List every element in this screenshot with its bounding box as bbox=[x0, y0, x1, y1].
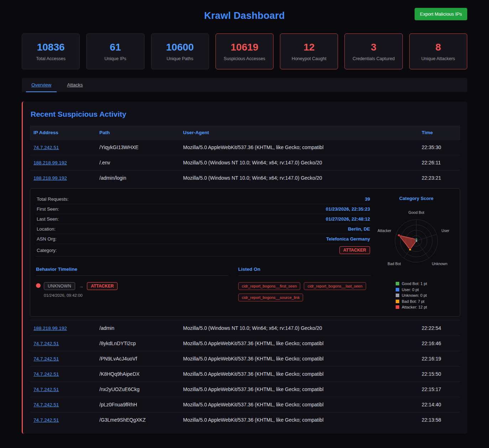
user-agent-cell: Mozilla/5.0 AppleWebKit/537.36 (KHTML, l… bbox=[180, 336, 418, 351]
path-cell: /.env bbox=[96, 155, 180, 170]
activity-table-header: IP Address Path User-Agent Time bbox=[30, 126, 460, 140]
table-row[interactable]: 74.7.242.51/YiqykGI13WHXEMozilla/5.0 App… bbox=[30, 140, 460, 155]
stat-label: Unique Paths bbox=[167, 56, 193, 61]
table-row[interactable]: 188.218.99.192/admin/loginMozilla/5.0 (W… bbox=[30, 170, 460, 186]
user-agent-cell: Mozilla/5.0 AppleWebKit/537.36 (KHTML, l… bbox=[180, 382, 418, 397]
table-row[interactable]: 74.7.242.51/8ykdLnDYTi2cpMozilla/5.0 App… bbox=[30, 336, 460, 351]
stat-value: 10619 bbox=[231, 42, 259, 53]
ip-link[interactable]: 74.7.242.51 bbox=[33, 145, 59, 150]
stat-label: Unique Attackers bbox=[421, 56, 455, 61]
legend-label: Good Bot: 1 pt bbox=[402, 281, 427, 286]
header: Krawl Dashboard Export Malicious IPs bbox=[22, 5, 467, 26]
table-row[interactable]: 74.7.242.51/pLz0Fnua9fRhHMozilla/5.0 App… bbox=[30, 397, 460, 412]
detail-field-first-seen: First Seen:01/23/2026, 22:35:23 bbox=[36, 204, 371, 214]
path-cell: /pLz0Fnua9fRhH bbox=[96, 397, 180, 412]
activity-table-body: 74.7.242.51/YiqykGI13WHXEMozilla/5.0 App… bbox=[30, 140, 460, 428]
listed-on-badge[interactable]: cidr_report_bogons__source_link bbox=[238, 294, 303, 301]
listed-on-badge[interactable]: cidr_report_bogons__last_seen bbox=[304, 282, 366, 290]
legend-swatch-icon bbox=[396, 300, 399, 303]
stat-card-credentials-captured: 3Credentials Captured bbox=[344, 33, 402, 69]
stat-label: Honeypot Caught bbox=[292, 56, 326, 61]
listed-on-title: Listed On bbox=[238, 267, 371, 276]
timeline-body: UNKNOWN → ATTACKER 01/24/2026, 09:42:00 bbox=[44, 282, 118, 297]
path-cell: /admin/login bbox=[96, 170, 180, 186]
ip-link[interactable]: 74.7.242.51 bbox=[33, 417, 59, 423]
path-cell: /PN9LvAcJ4uoVf bbox=[96, 351, 180, 367]
ip-link[interactable]: 74.7.242.51 bbox=[33, 402, 59, 407]
stat-value: 10836 bbox=[37, 42, 65, 53]
ip-link[interactable]: 188.218.99.192 bbox=[33, 175, 67, 181]
ip-link[interactable]: 74.7.242.51 bbox=[33, 387, 59, 392]
detail-field-last-seen: Last Seen:01/27/2026, 22:48:12 bbox=[36, 214, 371, 224]
detail-field-category: Category:ATTACKER bbox=[36, 244, 371, 257]
table-row[interactable]: 74.7.242.51/G3Lme9ShEQgXKZMozilla/5.0 Ap… bbox=[30, 412, 460, 428]
ip-link[interactable]: 74.7.242.51 bbox=[33, 371, 59, 377]
time-cell: 22:13:58 bbox=[418, 412, 460, 428]
ip-cell: 188.218.99.192 bbox=[30, 155, 96, 170]
user-agent-cell: Mozilla/5.0 (Windows NT 10.0; Win64; x64… bbox=[180, 321, 418, 336]
svg-text:Unknown: Unknown bbox=[432, 262, 448, 266]
user-agent-cell: Mozilla/5.0 AppleWebKit/537.36 (KHTML, l… bbox=[180, 140, 418, 155]
ip-detail-columns: Behavior Timeline UNKNOWN → AT bbox=[36, 267, 371, 301]
category-badge-unknown: UNKNOWN bbox=[44, 282, 75, 290]
arrow-right-icon: → bbox=[79, 284, 83, 289]
path-cell: /nx2yUOZuE6Ckg bbox=[96, 382, 180, 397]
path-cell: /G3Lme9ShEQgXKZ bbox=[96, 412, 180, 428]
ip-cell: 74.7.242.51 bbox=[30, 351, 96, 367]
stat-value: 8 bbox=[436, 42, 441, 53]
panel-title: Recent Suspicious Activity bbox=[31, 110, 460, 118]
ip-link[interactable]: 188.218.99.192 bbox=[33, 160, 67, 165]
field-label: Total Requests: bbox=[37, 196, 69, 202]
tab-bar: OverviewAttacks bbox=[22, 78, 467, 92]
timeline-dot-icon bbox=[36, 283, 41, 288]
time-cell: 22:16:46 bbox=[418, 336, 460, 351]
radar-legend: Good Bot: 1 ptUser: 0 ptUnknown: 0 ptBad… bbox=[396, 281, 427, 309]
col-header-time: Time bbox=[418, 126, 460, 140]
path-cell: /8ykdLnDYTi2cp bbox=[96, 336, 180, 351]
ip-link[interactable]: 188.218.99.192 bbox=[33, 326, 67, 331]
timeline-item: UNKNOWN → ATTACKER 01/24/2026, 09:42:00 bbox=[36, 282, 228, 297]
legend-swatch-icon bbox=[396, 305, 399, 309]
page-title: Krawl Dashboard bbox=[204, 10, 285, 21]
table-row[interactable]: 188.218.99.192/.envMozilla/5.0 (Windows … bbox=[30, 155, 460, 170]
listed-on-badge[interactable]: cidr_report_bogons__first_seen bbox=[238, 282, 301, 290]
legend-item: Unknown: 0 pt bbox=[396, 293, 427, 297]
time-cell: 22:22:54 bbox=[418, 321, 460, 336]
time-cell: 22:16:19 bbox=[418, 351, 460, 367]
table-row[interactable]: 74.7.242.51/nx2yUOZuE6CkgMozilla/5.0 App… bbox=[30, 382, 460, 397]
category-score-title: Category Score bbox=[399, 196, 433, 201]
svg-text:Bad Bot: Bad Bot bbox=[387, 262, 401, 266]
stat-label: Total Accesses bbox=[36, 56, 66, 61]
user-agent-cell: Mozilla/5.0 (Windows NT 10.0; Win64; x64… bbox=[180, 170, 418, 186]
detail-field-asn-org: ASN Org:Telefonica Germany bbox=[36, 234, 371, 244]
time-cell: 22:35:30 bbox=[418, 140, 460, 155]
field-value: Berlin, DE bbox=[348, 226, 370, 232]
activity-table: IP Address Path User-Agent Time 74.7.242… bbox=[30, 126, 460, 427]
tab-attacks[interactable]: Attacks bbox=[62, 78, 88, 92]
export-malicious-ips-button[interactable]: Export Malicious IPs bbox=[415, 8, 467, 20]
legend-swatch-icon bbox=[396, 282, 399, 285]
legend-swatch-icon bbox=[396, 294, 399, 297]
stat-card-honeypot-caught: 12Honeypot Caught bbox=[280, 33, 338, 69]
time-cell: 22:23:21 bbox=[418, 170, 460, 186]
ip-cell: 74.7.242.51 bbox=[30, 336, 96, 351]
table-row[interactable]: 74.7.242.51/K8HQq9hAipeDXMozilla/5.0 App… bbox=[30, 367, 460, 382]
ip-link[interactable]: 74.7.242.51 bbox=[33, 341, 59, 346]
user-agent-cell: Mozilla/5.0 AppleWebKit/537.36 (KHTML, l… bbox=[180, 412, 418, 428]
tab-overview[interactable]: Overview bbox=[26, 78, 57, 92]
stat-card-unique-attackers: 8Unique Attackers bbox=[409, 33, 467, 69]
table-row[interactable]: 188.218.99.192/adminMozilla/5.0 (Windows… bbox=[30, 321, 460, 336]
time-cell: 22:14:40 bbox=[418, 397, 460, 412]
stats-row: 10836Total Accesses61Unique IPs10600Uniq… bbox=[22, 33, 467, 69]
field-label: Category: bbox=[37, 248, 57, 253]
svg-text:Good Bot: Good Bot bbox=[409, 210, 424, 215]
category-badge-attacker: ATTACKER bbox=[87, 282, 118, 290]
stat-label: Suspicious Accesses bbox=[224, 56, 265, 61]
detail-field-total-requests: Total Requests:39 bbox=[36, 194, 371, 204]
field-label: ASN Org: bbox=[37, 236, 57, 242]
table-row[interactable]: 74.7.242.51/PN9LvAcJ4uoVfMozilla/5.0 App… bbox=[30, 351, 460, 367]
field-value: 39 bbox=[365, 196, 370, 202]
legend-item: Bad Bot: 7 pt bbox=[396, 299, 427, 304]
user-agent-cell: Mozilla/5.0 AppleWebKit/537.36 (KHTML, l… bbox=[180, 397, 418, 412]
ip-link[interactable]: 74.7.242.51 bbox=[33, 356, 59, 362]
